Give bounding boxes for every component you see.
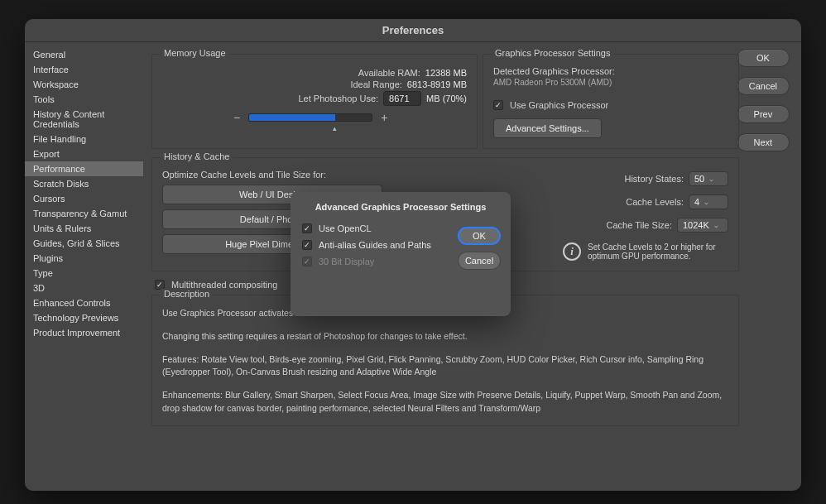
memory-input[interactable] <box>383 91 421 106</box>
antialias-checkbox[interactable] <box>302 240 312 250</box>
sidebar-item-performance[interactable]: Performance <box>25 161 143 176</box>
sidebar-item-product-improvement[interactable]: Product Improvement <box>25 325 143 340</box>
use-gpu-checkbox[interactable] <box>493 100 503 110</box>
minus-icon[interactable]: − <box>233 111 240 124</box>
use-gpu-label: Use Graphics Processor <box>510 100 608 110</box>
cache-info-text: Set Cache Levels to 2 or higher for opti… <box>588 242 720 261</box>
history-states-label: History States: <box>563 174 684 184</box>
available-ram-value: 12388 MB <box>425 68 467 78</box>
sidebar-item-file-handling[interactable]: File Handling <box>25 132 143 146</box>
sidebar-item-transparency-gamut[interactable]: Transparency & Gamut <box>25 206 143 221</box>
preferences-sidebar: GeneralInterfaceWorkspaceToolsHistory & … <box>25 42 143 491</box>
bit30-checkbox <box>302 257 312 266</box>
description-line2: Changing this setting requires a restart… <box>162 330 728 343</box>
advanced-gpu-modal: Advanced Graphics Processor Settings Use… <box>291 192 511 316</box>
memory-suffix: MB (70%) <box>426 94 467 103</box>
gpu-panel-title: Graphics Processor Settings <box>492 48 613 58</box>
ok-button[interactable]: OK <box>737 49 790 67</box>
prev-button[interactable]: Prev <box>737 105 790 123</box>
cache-tile-label: Cache Tile Size: <box>563 220 672 230</box>
description-panel-title: Description <box>161 289 213 299</box>
ideal-range-value: 6813-8919 MB <box>407 79 467 89</box>
cache-tile-dropdown[interactable]: 1024K⌵ <box>677 218 728 233</box>
description-line4: Enhancements: Blur Gallery, Smart Sharpe… <box>162 389 728 415</box>
sidebar-item-interface[interactable]: Interface <box>25 62 143 77</box>
bit30-label: 30 Bit Display <box>319 257 374 266</box>
opencl-label: Use OpenCL <box>319 223 372 233</box>
sidebar-item-type[interactable]: Type <box>25 266 143 281</box>
next-button[interactable]: Next <box>737 133 790 151</box>
ideal-range-label: Ideal Range: <box>162 79 402 89</box>
detected-gpu-value: AMD Radeon Pro 5300M (AMD) <box>493 78 728 87</box>
cache-levels-dropdown[interactable]: 4⌵ <box>689 194 728 209</box>
sidebar-item-guides-grid-slices[interactable]: Guides, Grid & Slices <box>25 236 143 251</box>
slider-thumb-icon: ▴ <box>333 124 337 132</box>
antialias-label: Anti-alias Guides and Paths <box>319 240 431 250</box>
chevron-down-icon: ⌵ <box>714 222 718 229</box>
plus-icon[interactable]: + <box>381 111 387 124</box>
sidebar-item-general[interactable]: General <box>25 47 143 62</box>
sidebar-item-tools[interactable]: Tools <box>25 92 143 107</box>
sidebar-item-history-content-credentials[interactable]: History & Content Credentials <box>25 107 143 132</box>
memory-slider[interactable]: ▴ <box>248 113 372 122</box>
detected-gpu-label: Detected Graphics Processor: <box>493 66 728 76</box>
sidebar-item-cursors[interactable]: Cursors <box>25 191 143 206</box>
sidebar-item-enhanced-controls[interactable]: Enhanced Controls <box>25 295 143 310</box>
advanced-settings-button[interactable]: Advanced Settings... <box>493 118 602 138</box>
opencl-checkbox[interactable] <box>302 223 312 233</box>
info-icon: i <box>563 242 581 261</box>
history-panel-title: History & Cache <box>161 151 233 161</box>
optimize-label: Optimize Cache Levels and Tile Size for: <box>162 170 538 180</box>
description-line3: Features: Rotate View tool, Birds-eye zo… <box>162 353 728 380</box>
modal-title: Advanced Graphics Processor Settings <box>302 202 499 212</box>
cache-levels-label: Cache Levels: <box>563 197 684 207</box>
available-ram-label: Available RAM: <box>162 68 420 78</box>
sidebar-item-plugins[interactable]: Plugins <box>25 251 143 266</box>
chevron-down-icon: ⌵ <box>704 199 708 206</box>
sidebar-item-3d[interactable]: 3D <box>25 281 143 295</box>
chevron-down-icon: ⌵ <box>709 175 713 183</box>
modal-ok-button[interactable]: OK <box>458 227 501 245</box>
modal-cancel-button[interactable]: Cancel <box>458 252 501 270</box>
memory-panel-title: Memory Usage <box>161 48 229 58</box>
sidebar-item-workspace[interactable]: Workspace <box>25 77 143 92</box>
let-photoshop-label: Let Photoshop Use: <box>162 94 378 103</box>
sidebar-item-technology-previews[interactable]: Technology Previews <box>25 310 143 325</box>
sidebar-item-units-rulers[interactable]: Units & Rulers <box>25 221 143 236</box>
sidebar-item-scratch-disks[interactable]: Scratch Disks <box>25 176 143 191</box>
window-title: Preferences <box>25 19 801 42</box>
cancel-button[interactable]: Cancel <box>737 77 790 95</box>
history-states-dropdown[interactable]: 50⌵ <box>689 171 728 186</box>
sidebar-item-export[interactable]: Export <box>25 146 143 161</box>
